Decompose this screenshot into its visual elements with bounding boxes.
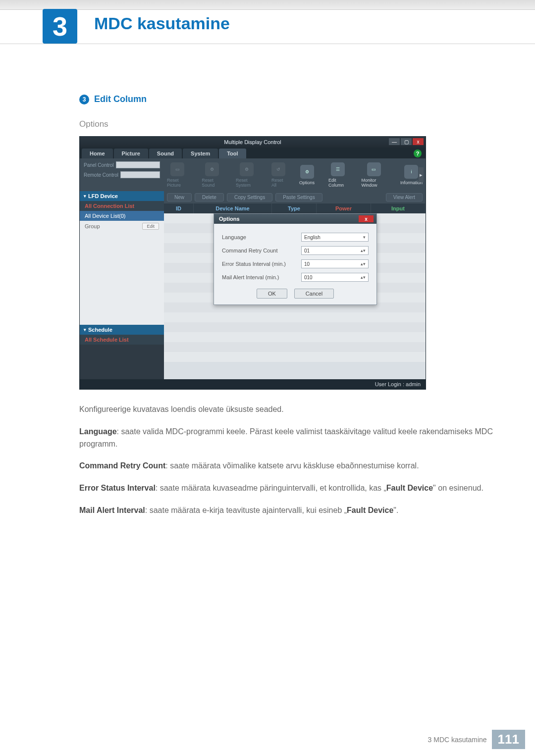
side-all-device-list[interactable]: All Device List(0) [80, 211, 164, 221]
para-text: : saate valida MDC-programmi keele. Pära… [79, 427, 493, 448]
description-paragraphs: Konfigureerige kuvatavas loendis olevate… [79, 403, 505, 517]
tool-label: Reset Picture [167, 178, 188, 188]
dlg-language-dropdown[interactable]: English▾ [301, 233, 369, 242]
col-power[interactable]: Power [317, 203, 371, 213]
dlg-retry-stepper[interactable]: 01▴▾ [301, 246, 369, 255]
panel-control-dropdown[interactable] [116, 161, 160, 168]
grid-header: ID Device Name Type Power Input [164, 203, 426, 213]
tool-reset-system[interactable]: ⚙Reset System [236, 162, 258, 188]
tool-reset-sound[interactable]: ⚙Reset Sound [202, 162, 222, 188]
tool-label: Options [299, 180, 315, 185]
tool-label: Reset Sound [202, 178, 222, 188]
para-intro: Konfigureerige kuvatavas loendis olevate… [79, 403, 505, 416]
dialog-ok-button[interactable]: OK [257, 289, 287, 299]
information-icon: i [404, 165, 418, 179]
ribbon-scroll-right-icon[interactable]: ▸ [419, 167, 424, 182]
col-id[interactable]: ID [164, 203, 194, 213]
dlg-mail-interval-stepper[interactable]: 010▴▾ [301, 273, 369, 282]
tool-monitor-window[interactable]: ▭Monitor Window [361, 162, 386, 188]
tool-reset-all[interactable]: ↺Reset All [271, 162, 285, 188]
tab-home[interactable]: Home [82, 149, 113, 158]
options-heading: Options [79, 119, 505, 129]
stepper-icon: ▴▾ [361, 275, 366, 280]
chevron-down-icon: ▾ [84, 327, 86, 332]
toolbar-new-button[interactable]: New [167, 193, 192, 202]
dlg-row-mail-interval: Mail Alert Interval (min.) 010▴▾ [222, 273, 369, 282]
app-main: New Delete Copy Settings Paste Settings … [164, 191, 426, 379]
main-toolbar: New Delete Copy Settings Paste Settings … [164, 191, 426, 203]
app-sidebar: ▾LFD Device All Connection List All Devi… [80, 191, 164, 379]
tab-tool[interactable]: Tool [219, 149, 246, 158]
ribbon-left-panel: Panel Control Remote Control [80, 158, 164, 191]
subsection-title: Edit Column [94, 94, 147, 104]
app-statusbar: User Login : admin [80, 379, 426, 389]
dlg-language-label: Language [222, 234, 301, 240]
term-fault-device: Fault Device [347, 506, 393, 514]
options-dialog: Options x Language English▾ Command Retr… [214, 213, 377, 305]
remote-control-label: Remote Control [84, 172, 118, 178]
side-label: LFD Device [88, 193, 118, 199]
col-input[interactable]: Input [371, 203, 426, 213]
window-min-button[interactable]: — [389, 138, 400, 145]
tab-system[interactable]: System [183, 149, 218, 158]
tool-label: Edit Column [328, 178, 347, 188]
subsection-number-badge: 3 [79, 95, 89, 104]
tool-label: Reset All [271, 178, 285, 188]
field-value: 10 [304, 261, 310, 267]
dlg-retry-label: Command Retry Count [222, 248, 301, 253]
col-type[interactable]: Type [272, 203, 317, 213]
monitor-window-icon: ▭ [367, 162, 381, 176]
field-value: 01 [304, 248, 310, 253]
para-text: : saate määrata võimalike katsete arvu k… [165, 461, 419, 470]
remote-control-dropdown[interactable] [120, 171, 160, 178]
tool-reset-picture[interactable]: ▭Reset Picture [167, 162, 188, 188]
toolbar-view-alert-button[interactable]: View Alert [386, 193, 423, 202]
stepper-icon: ▴▾ [361, 261, 366, 266]
tool-options[interactable]: ⚙Options [299, 165, 315, 185]
col-device-name[interactable]: Device Name [194, 203, 272, 213]
page-footer: 3 MDC kasutamine 111 [428, 730, 525, 749]
side-all-connection-list[interactable]: All Connection List [80, 201, 164, 211]
app-screenshot: Multiple Display Control — ▢ x Home Pict… [79, 136, 426, 390]
tool-label: Monitor Window [361, 178, 386, 188]
page-content: 3 Edit Column Options Multiple Display C… [79, 94, 505, 527]
side-lfd-device[interactable]: ▾LFD Device [80, 191, 164, 201]
stepper-icon: ▴▾ [361, 248, 366, 253]
dlg-error-interval-stepper[interactable]: 10▴▾ [301, 259, 369, 268]
dlg-row-error-interval: Error Status Interval (min.) 10▴▾ [222, 259, 369, 268]
chapter-number-badge: 3 [43, 9, 77, 44]
side-bottom-fill [80, 345, 164, 379]
app-ribbon: Panel Control Remote Control ▭Reset Pict… [80, 158, 426, 191]
tab-sound[interactable]: Sound [149, 149, 182, 158]
chevron-down-icon: ▾ [363, 235, 366, 240]
panel-control-label: Panel Control [84, 162, 114, 168]
para-text: ". [393, 506, 398, 514]
grid-body: Options x Language English▾ Command Retr… [164, 213, 426, 362]
side-fill [80, 232, 164, 325]
toolbar-paste-button[interactable]: Paste Settings [275, 193, 322, 202]
side-all-schedule-list[interactable]: All Schedule List [80, 335, 164, 345]
dialog-body: Language English▾ Command Retry Count 01… [214, 224, 376, 304]
reset-all-icon: ↺ [271, 162, 285, 176]
app-body: ▾LFD Device All Connection List All Devi… [80, 191, 426, 379]
window-close-button[interactable]: x [413, 138, 424, 145]
dlg-row-language: Language English▾ [222, 233, 369, 242]
field-value: English [304, 235, 321, 240]
dialog-title: Options [219, 216, 240, 222]
window-max-button[interactable]: ▢ [401, 138, 412, 145]
help-icon[interactable]: ? [414, 150, 422, 157]
toolbar-delete-button[interactable]: Delete [195, 193, 224, 202]
remote-control-field: Remote Control [84, 171, 160, 178]
side-group-label: Group [85, 223, 100, 229]
side-group-edit-button[interactable]: Edit [142, 223, 159, 230]
tool-edit-column[interactable]: ☰Edit Column [328, 162, 347, 188]
toolbar-copy-button[interactable]: Copy Settings [227, 193, 272, 202]
subsection-header: 3 Edit Column [79, 94, 505, 104]
side-schedule[interactable]: ▾Schedule [80, 325, 164, 335]
para-error-interval: Error Status Interval: saate määrata kuv… [79, 482, 505, 495]
dialog-buttons: OK Cancel [222, 289, 369, 299]
tab-picture[interactable]: Picture [114, 149, 148, 158]
para-mail-interval: Mail Alert Interval: saate määrata e-kir… [79, 504, 505, 517]
dialog-close-button[interactable]: x [359, 215, 374, 222]
dialog-cancel-button[interactable]: Cancel [294, 289, 334, 299]
